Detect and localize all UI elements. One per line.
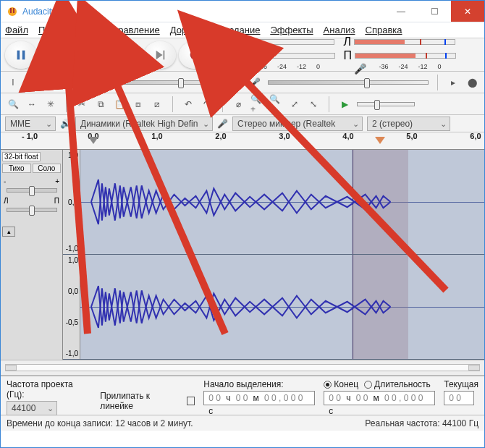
svg-rect-5 [87,51,95,59]
timeline-ruler[interactable]: - 1,0 0,0 1,0 2,0 3,0 4,0 5,0 6,0 [1,132,484,150]
menu-help[interactable]: Справка [366,25,402,35]
menu-tracks[interactable]: Дорожки [170,25,208,35]
zoom-in-icon[interactable]: 🔍+ [250,98,263,111]
timeshift-tool-icon[interactable]: ↔ [25,98,38,111]
audio-host-combo[interactable]: MME [5,117,56,131]
horizontal-scrollbar[interactable] [1,360,484,376]
volume-slider-icon[interactable]: 🔊 [63,76,76,89]
envelope-tool-icon[interactable]: ▱ [25,76,38,89]
input-meter-left[interactable] [354,39,455,45]
track-collapse-button[interactable]: ▴ [2,227,15,237]
status-right: Реальная частота: 44100 Гц [365,418,478,428]
audio-position-label: Текущая [444,379,478,389]
project-rate-label: Частота проекта (Гц): [7,379,91,400]
selection-toolbar: Частота проекта (Гц): 44100 Прилипать к … [1,376,484,415]
selection-start-time[interactable]: 0 0 ч 0 0 м 0 0 , 0 0 0 с [203,391,315,405]
svg-rect-6 [121,50,122,59]
output-meter-scale: 🔊 -36-24-120 [222,63,335,75]
window-maximize-button[interactable]: ☐ [418,1,451,22]
play-at-speed-icon[interactable]: ▶ [338,98,351,111]
svg-point-0 [8,7,17,16]
app-icon [7,6,18,17]
transcription-icon[interactable]: ▸ [447,76,460,89]
sync-lock-icon[interactable]: ⌀ [232,98,245,111]
gain-slider[interactable] [7,188,57,193]
menu-file[interactable]: Файл [5,25,28,35]
sample-format-label: 32-bit float [2,152,41,161]
menu-manage[interactable]: Управление [107,25,159,35]
mute-button[interactable]: Тихо [2,164,31,173]
pause-button[interactable] [5,41,37,69]
menu-effects[interactable]: Эффекты [271,25,313,35]
draw-tool-icon[interactable]: ✎ [44,76,57,89]
window-minimize-button[interactable]: — [384,1,418,22]
track-control-panel[interactable]: 32-bit float Тихо Соло -+ ЛП ▴ [1,150,63,360]
speaker-icon: 🔊 [229,63,248,75]
menu-analyze[interactable]: Анализ [324,25,355,35]
play-button[interactable] [40,41,72,69]
snap-to-checkbox[interactable] [187,397,195,405]
selection-length-radio[interactable]: Длительность [364,379,431,389]
output-device-combo[interactable]: Динамики (Realtek High Defin [75,117,213,131]
selection-end-time[interactable]: 0 0 ч 0 0 м 0 0 , 0 0 0 с [324,391,435,405]
project-rate-combo[interactable]: 44100 [7,401,57,415]
input-meter-scale: 🎤 -36-24-120 [344,63,457,75]
record-button[interactable] [179,41,211,69]
menu-generate[interactable]: Создание [218,25,261,35]
microphone-icon-small: 🎤 [217,119,228,129]
zoom-tool-icon[interactable]: 🔍 [7,98,20,111]
fit-project-icon[interactable]: ⤡ [307,98,320,111]
stop-button[interactable] [75,41,106,69]
transport-toolbar: Л П 🔊 -36-24-120 Л П 🎤 -36-24-120 [1,38,484,72]
output-meter-right[interactable] [234,53,335,59]
undo-icon[interactable]: ↶ [182,98,195,111]
input-channels-combo[interactable]: 2 (стерео) канал [367,117,450,131]
input-meter-right-label: П [344,49,353,62]
fit-selection-icon[interactable]: ⤢ [288,98,301,111]
microphone-icon: 🎤 [351,63,369,75]
silence-icon[interactable]: ⧄ [151,98,164,111]
input-meter-right[interactable] [355,53,456,59]
skip-end-button[interactable] [144,41,176,69]
input-meter-left-label: Л [344,35,352,48]
waveform-channel-left[interactable]: 1,00,0-1,0 [63,150,484,255]
paste-icon[interactable]: 📋 [113,98,126,111]
svg-rect-7 [164,50,165,59]
waveform-channel-right[interactable]: 1,00,0-0,5-1,0 [63,255,484,360]
edit-toolbar: 🔍 ↔ ✳ ✂ ⧉ 📋 ⧈ ⧄ ↶ ↷ ⌀ 🔍+ 🔍− ⤢ ⤡ ▶ [1,93,484,115]
trim-icon[interactable]: ⧈ [132,98,145,111]
redo-icon[interactable]: ↷ [201,98,214,111]
cut-icon[interactable]: ✂ [75,98,88,111]
svg-rect-2 [13,8,14,13]
window-title: Audacity [22,7,384,17]
solo-button[interactable]: Соло [33,164,62,173]
selection-tool-icon[interactable]: I [7,76,20,89]
track-area: 32-bit float Тихо Соло -+ ЛП ▴ 1,00,0-1,… [1,150,484,360]
window-close-button[interactable]: ✕ [451,1,484,22]
menu-edit[interactable]: Правка [38,25,70,35]
output-meter-left[interactable] [233,39,334,45]
svg-rect-1 [10,8,12,13]
status-left: Времени до конца записи: 12 часов и 2 ми… [7,418,193,428]
menu-view[interactable]: Вид [80,25,98,35]
audio-position-time[interactable]: 0 0 ч [444,391,474,405]
playhead-start-icon[interactable] [88,137,98,144]
selection-start-label: Начало выделения: [203,379,315,389]
selection-end-radio[interactable]: Конец [324,379,358,389]
playhead-icon[interactable] [375,137,385,144]
device-toolbar: MME 🔊 Динамики (Realtek High Defin 🎤 Сте… [1,115,484,132]
mic-slider-icon[interactable]: 🎤 [249,76,262,89]
zoom-out-icon[interactable]: 🔍− [269,98,282,111]
output-meter-right-label: П [222,49,231,62]
pan-slider[interactable] [7,208,57,212]
status-bar: Времени до конца записи: 12 часов и 2 ми… [1,415,484,431]
tools-toolbar: I ▱ ✎ 🔊 🎤 ▸ ⬤ [1,72,484,93]
skip-start-button[interactable] [109,41,141,69]
svg-rect-4 [22,50,25,59]
svg-rect-3 [17,50,20,59]
copy-icon[interactable]: ⧉ [94,98,107,111]
svg-point-8 [190,50,200,59]
input-device-combo[interactable]: Стерео микшер (Realtek High [232,117,363,131]
meter-icon[interactable]: ⬤ [465,76,478,89]
multi-tool-icon[interactable]: ✳ [44,98,57,111]
